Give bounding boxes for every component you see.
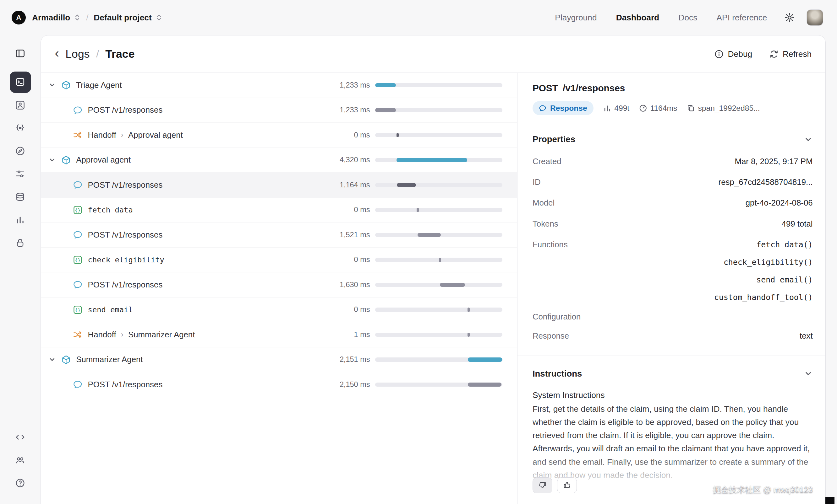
trace-row-track [375, 208, 502, 212]
trace-row[interactable]: Handoff › Summarizer Agent 1 ms [41, 322, 517, 348]
trace-row-track [375, 307, 502, 312]
trace-row-icon [73, 330, 83, 339]
trace-row[interactable]: POST /v1/responses 2,150 ms [41, 372, 517, 397]
sidebar-item-storage[interactable] [10, 186, 31, 207]
chevron-down-icon [48, 156, 56, 164]
expand-chevron-icon[interactable] [48, 81, 57, 90]
response-badge[interactable]: Response [533, 101, 593, 115]
back-button[interactable]: ‹ [55, 47, 59, 61]
trace-row-label: POST /v1/responses [88, 106, 163, 115]
debug-button[interactable]: Debug [714, 49, 752, 59]
topbar-nav-item[interactable]: Dashboard [616, 13, 659, 23]
chevron-down-icon [804, 369, 813, 378]
org-avatar[interactable]: A [12, 11, 25, 24]
chevron-down-icon [48, 81, 56, 89]
property-value: fetch_data()check_eligibility()send_emai… [714, 239, 813, 303]
trace-row-track [375, 233, 502, 237]
users-icon [15, 455, 25, 465]
project-switcher[interactable]: Default project [94, 13, 162, 23]
expand-chevron-icon[interactable] [48, 156, 57, 164]
trace-row-label: POST /v1/responses [88, 380, 163, 389]
trace-row-icon [73, 280, 83, 290]
sidebar-item-fine-tuning[interactable] [10, 163, 31, 185]
instructions-section-header: Instructions [533, 369, 813, 379]
trace-row[interactable]: Triage Agent 1,233 ms [41, 73, 517, 98]
properties-collapse-button[interactable] [804, 135, 813, 144]
trace-row[interactable]: POST /v1/responses 1,630 ms [41, 273, 517, 298]
user-avatar[interactable] [806, 10, 823, 26]
breadcrumb-logs[interactable]: Logs [65, 48, 90, 60]
sidebar-item-community[interactable] [10, 449, 31, 471]
topbar: A Armadillo / Default project Playground… [0, 0, 837, 35]
trace-row-label: fetch_data [88, 206, 133, 214]
sidebar-item-api-keys[interactable] [10, 232, 31, 253]
trace-row[interactable]: {} fetch_data 0 ms [41, 198, 517, 223]
refresh-button[interactable]: Refresh [769, 49, 812, 59]
sidebar-item-cookbook[interactable] [10, 427, 31, 448]
span-id-badge[interactable]: span_1992ed85... [687, 104, 760, 113]
refresh-icon [769, 50, 779, 59]
trace-rows: Triage Agent 1,233 ms POST /v1/responses… [41, 73, 517, 397]
trace-row[interactable]: POST /v1/responses 1,233 ms [41, 98, 517, 123]
property-value: text [800, 330, 813, 342]
panel-toggle-icon [15, 48, 25, 58]
trace-row-track [375, 333, 502, 337]
trace-row-duration: 1,164 ms [340, 181, 375, 189]
property-row: Functions fetch_data()check_eligibility(… [533, 239, 813, 303]
sidebar-item-help[interactable] [10, 472, 31, 493]
debug-label: Debug [728, 49, 752, 59]
chat-bubble-icon [73, 380, 83, 390]
configuration-label: Configuration [533, 312, 813, 321]
expand-chevron-icon[interactable] [48, 355, 57, 364]
select-chevrons-icon [74, 14, 81, 21]
terminal-icon [15, 77, 25, 87]
trace-row-track [375, 258, 502, 262]
handoff-arrow: › [121, 330, 123, 339]
trace-row-track [375, 83, 502, 88]
instructions-collapse-button[interactable] [804, 369, 813, 378]
topbar-nav-item[interactable]: Playground [555, 13, 596, 23]
org-switcher[interactable]: Armadillo [32, 13, 81, 23]
trace-row-label: POST /v1/responses [88, 230, 163, 240]
trace-row[interactable]: Handoff › Approval agent 0 ms [41, 123, 517, 148]
trace-row[interactable]: Summarizer Agent 2,151 ms [41, 348, 517, 373]
function-signature: send_email() [714, 274, 813, 285]
trace-row-track [375, 108, 502, 112]
badge-row: Response 499t [533, 101, 813, 115]
topbar-nav: Playground Dashboard Docs API reference [555, 13, 767, 23]
breadcrumb-separator: / [96, 48, 99, 60]
person-badge-icon [15, 100, 25, 110]
svg-text:{}: {} [75, 307, 81, 313]
sidebar-item-logs[interactable] [10, 72, 31, 93]
trace-row-icon [73, 130, 83, 140]
sidebar-item-assistants[interactable] [10, 94, 31, 116]
breadcrumb-trace: Trace [105, 48, 135, 60]
trace-row[interactable]: Approval agent 4,320 ms [41, 148, 517, 173]
property-label: Created [533, 156, 562, 167]
thumbs-up-button[interactable] [557, 477, 577, 493]
sidebar-item-threads[interactable] [10, 117, 31, 139]
topbar-nav-item[interactable]: Docs [678, 13, 697, 23]
thumbs-down-button[interactable] [533, 477, 552, 493]
property-row: Created Mar 8, 2025, 9:17 PM [533, 156, 813, 167]
trace-row[interactable]: POST /v1/responses 1,521 ms [41, 223, 517, 248]
topbar-nav-item[interactable]: API reference [717, 13, 767, 23]
trace-row-duration: 2,151 ms [340, 355, 375, 364]
trace-row[interactable]: {} check_eligibility 0 ms [41, 248, 517, 273]
section-divider [517, 356, 825, 356]
braces-list-icon [15, 123, 25, 133]
function-icon: {} [73, 205, 83, 215]
refresh-label: Refresh [783, 49, 812, 59]
agent-cube-icon [61, 355, 71, 365]
settings-button[interactable] [784, 12, 795, 23]
trace-row[interactable]: {} send_email 0 ms [41, 298, 517, 323]
sliders-icon [15, 169, 25, 179]
property-value: Mar 8, 2025, 9:17 PM [734, 156, 813, 167]
sidebar-item-explore[interactable] [10, 140, 31, 162]
property-label: Functions [533, 239, 568, 250]
sidebar-item-usage[interactable] [10, 209, 31, 230]
trace-row-bar [397, 183, 416, 187]
sidebar-toggle-button[interactable] [10, 43, 31, 64]
trace-row[interactable]: POST /v1/responses 1,164 ms [41, 173, 517, 198]
trace-row-bar [468, 382, 501, 387]
